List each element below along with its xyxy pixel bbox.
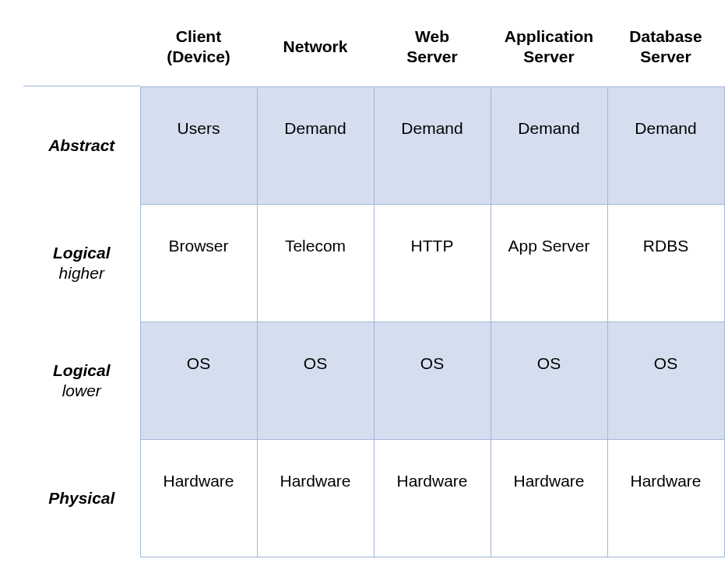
matrix-cell: OS (374, 322, 491, 439)
table-row: Logical higher Browser Telecom HTTP App … (23, 204, 724, 322)
row-label-text: Logical (53, 244, 111, 262)
matrix-cell: Browser (140, 204, 257, 322)
architecture-matrix: Client(Device) Network WebServer Applica… (23, 16, 725, 557)
table-row: Logical lower OS OS OS OS OS (23, 322, 724, 439)
matrix-cell: Demand (607, 86, 724, 204)
row-label: Physical (23, 439, 140, 557)
matrix-cell: Users (140, 86, 257, 204)
matrix-cell: HTTP (374, 204, 491, 322)
column-headers-row: Client(Device) Network WebServer Applica… (23, 16, 724, 86)
matrix-cell: OS (607, 322, 724, 439)
row-sublabel-text: lower (23, 381, 140, 400)
row-sublabel-text: higher (23, 264, 140, 283)
col-header: WebServer (374, 16, 491, 86)
col-header: Client(Device) (140, 16, 257, 86)
row-label: Logical lower (23, 322, 140, 439)
table-row: Physical Hardware Hardware Hardware Hard… (23, 439, 724, 557)
row-label: Logical higher (23, 204, 140, 322)
matrix-cell: OS (140, 322, 257, 439)
matrix-cell: Hardware (257, 439, 374, 557)
row-label-text: Logical (53, 361, 111, 379)
matrix-cell: Demand (491, 86, 607, 204)
matrix-cell: Hardware (491, 439, 607, 557)
matrix-cell: Hardware (374, 439, 491, 557)
row-label: Abstract (23, 86, 140, 204)
corner-cell (23, 16, 140, 86)
page: Client(Device) Network WebServer Applica… (0, 0, 728, 573)
col-header: DatabaseServer (607, 16, 724, 86)
row-label-text: Physical (48, 489, 114, 507)
col-header: ApplicationServer (491, 16, 607, 86)
matrix-cell: Demand (257, 86, 374, 204)
matrix-cell: OS (257, 322, 374, 439)
matrix-cell: Hardware (140, 439, 257, 557)
matrix-cell: Demand (374, 86, 491, 204)
matrix-cell: Telecom (257, 204, 374, 322)
matrix-cell: RDBS (607, 204, 724, 322)
table-row: Abstract Users Demand Demand Demand Dema… (23, 86, 724, 204)
row-label-text: Abstract (48, 136, 114, 154)
col-header: Network (257, 16, 374, 86)
matrix-cell: App Server (491, 204, 607, 322)
matrix-cell: OS (491, 322, 607, 439)
matrix-cell: Hardware (607, 439, 724, 557)
